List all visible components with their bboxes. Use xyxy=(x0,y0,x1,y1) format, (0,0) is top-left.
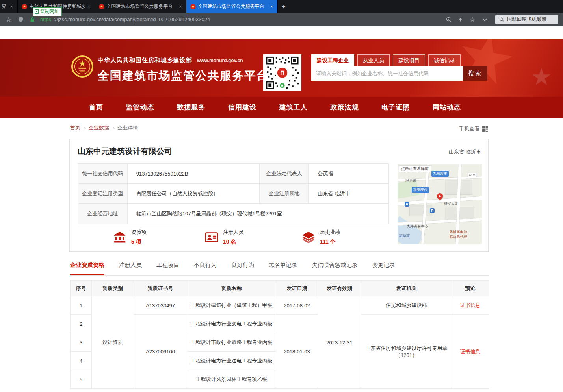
url-text: ://jzsc.mohurd.gov.cn/data/company/detai… xyxy=(54,17,210,22)
col-category: 资质类别 xyxy=(92,281,134,296)
address-value: 临沂市兰山区陶然路107号星河晶都（联安）现代城1号楼2201室 xyxy=(127,204,388,224)
stat-qualifications[interactable]: 资质项 5 项 xyxy=(113,229,147,246)
map-label: 联安现代 xyxy=(412,187,429,193)
chevron-down-icon[interactable] xyxy=(480,16,488,24)
company-stats: 资质项 5 项 注册人员 10 名 历史 xyxy=(113,229,340,246)
nav-item-policy[interactable]: 政策法规 xyxy=(331,103,359,112)
hot-search-box[interactable]: 国航回应飞机颠簸 xyxy=(495,15,558,24)
https-lock-icon[interactable] xyxy=(28,16,36,24)
stat-value: 10 名 xyxy=(223,239,243,246)
credit-code-label: 统一社会信用代码 xyxy=(78,164,128,184)
favorite-star-icon[interactable]: ☆ xyxy=(468,16,476,24)
tab-good-behavior[interactable]: 良好行为 xyxy=(231,261,254,275)
breadcrumb-company-detail: 企业详情 xyxy=(117,124,138,131)
browser-tab-partial[interactable]: 界 × xyxy=(0,0,18,13)
nav-item-home[interactable]: 首页 xyxy=(89,103,103,112)
header-search-area: 建设工程企业 从业人员 建设项目 诚信记录 搜索 xyxy=(311,54,487,81)
col-cert-no: 资质证书号 xyxy=(134,281,187,296)
browser-toolbar: ☆ https://jzsc.mohurd.gov.cn/data/compan… xyxy=(0,13,563,26)
col-issue-date: 发证日期 xyxy=(276,281,318,296)
search-tab-project[interactable]: 建设项目 xyxy=(393,54,425,66)
bookmark-star-icon[interactable]: ☆ xyxy=(5,16,13,24)
building-icon xyxy=(113,231,126,244)
table-row: 1 设计资质 A137030497 工程设计建筑行业（建筑工程）甲级 2017-… xyxy=(71,296,489,315)
tab-dishonesty-records[interactable]: 失信联合惩戒记录 xyxy=(312,261,358,275)
cell-authority: 山东省住房和城乡建设厅许可专用章（1201） xyxy=(361,315,452,389)
zoom-out-icon[interactable] xyxy=(445,16,453,24)
nav-item-site-news[interactable]: 网站动态 xyxy=(433,103,461,112)
map-label: 联安大厦 xyxy=(444,201,458,206)
url-scheme: https xyxy=(40,17,51,22)
id-card-icon xyxy=(205,231,218,244)
tab-qualifications[interactable]: 企业资质资格 xyxy=(70,261,104,275)
map-label: 九州超市 xyxy=(431,171,449,177)
qr-code xyxy=(263,54,301,91)
reg-region-label: 企业注册属地 xyxy=(260,184,309,204)
parking-icon: P xyxy=(405,202,409,207)
certificate-info-link[interactable]: 证书信息 xyxy=(452,315,489,389)
search-button[interactable]: 搜索 xyxy=(463,66,487,81)
keyword-search-input[interactable] xyxy=(311,66,463,81)
site-header: 中华人民共和国住房和城乡建设部 www.mohurd.gov.cn 全国建筑市场… xyxy=(0,39,563,97)
tab-projects[interactable]: 工程项目 xyxy=(156,261,179,275)
cell-serial: 2 xyxy=(71,315,92,333)
nav-item-supervision[interactable]: 监管动态 xyxy=(126,103,154,112)
company-name: 山东中元建筑设计有限公司 xyxy=(78,146,172,157)
tab-registered-personnel[interactable]: 注册人员 xyxy=(119,261,142,275)
company-summary-card: 山东中元建筑设计有限公司 山东省-临沂市 统一社会信用代码 9137130267… xyxy=(69,139,489,252)
search-category-tabs: 建设工程企业 从业人员 建设项目 诚信记录 xyxy=(311,54,487,66)
cell-issue-date: 2017-08-02 xyxy=(276,296,318,315)
lightning-icon[interactable] xyxy=(457,16,465,24)
cell-serial: 4 xyxy=(71,352,92,370)
certificate-info-link[interactable]: 证书信息 xyxy=(452,296,489,315)
stat-label: 注册人员 xyxy=(223,229,243,236)
search-tab-credit[interactable]: 诚信记录 xyxy=(428,54,461,66)
nav-item-workers[interactable]: 建筑工人 xyxy=(279,103,308,112)
map-block xyxy=(409,205,432,216)
reg-region-value: 山东省-临沂市 xyxy=(309,184,389,204)
map-label: 纪花园 xyxy=(405,178,416,183)
tab-close-icon[interactable]: × xyxy=(87,4,91,9)
tab-close-icon[interactable]: × xyxy=(10,4,13,9)
map-label: ATM xyxy=(468,173,476,177)
breadcrumb-separator-icon xyxy=(112,126,115,129)
browser-tab-jzsc-1[interactable]: 全国建筑市场监管公共服务平台 × xyxy=(95,0,186,13)
cell-issue-date: 2018-01-03 xyxy=(276,315,318,389)
cell-serial: 3 xyxy=(71,333,92,352)
mobile-view-label: 手机查看 xyxy=(459,125,479,132)
col-validity: 发证有效期 xyxy=(318,281,361,296)
tab-close-icon[interactable]: × xyxy=(270,4,273,9)
site-favicon-icon xyxy=(99,4,104,9)
stat-registered-personnel[interactable]: 注册人员 10 名 xyxy=(205,229,243,246)
col-serial: 序号 xyxy=(71,281,92,296)
tab-close-icon[interactable]: × xyxy=(179,4,182,9)
browser-tab-jzsc-active[interactable]: 全国建筑市场监管公共服务平台 × xyxy=(186,0,278,13)
stat-historical-performance[interactable]: 历史业绩 111 个 xyxy=(302,229,340,246)
detail-tabs: 企业资质资格 注册人员 工程项目 不良行为 良好行为 黑名单记录 失信联合惩戒记… xyxy=(70,261,489,276)
cell-name: 工程设计建筑行业（建筑工程）甲级 xyxy=(187,296,276,315)
tab-blacklist[interactable]: 黑名单记录 xyxy=(269,261,297,275)
col-authority: 发证机关 xyxy=(361,281,452,296)
address-bar[interactable]: https://jzsc.mohurd.gov.cn/data/company/… xyxy=(40,17,210,22)
breadcrumb-home[interactable]: 首页 xyxy=(70,124,80,131)
new-tab-button[interactable]: + xyxy=(278,0,290,13)
stat-value: 111 个 xyxy=(320,239,340,246)
tab-change-records[interactable]: 变更记录 xyxy=(372,261,395,275)
decor-star-icon xyxy=(531,65,552,89)
stat-label: 资质项 xyxy=(131,229,147,236)
mobile-view-button[interactable]: 手机查看 xyxy=(459,125,489,132)
search-tab-personnel[interactable]: 从业人员 xyxy=(357,54,390,66)
mini-map[interactable]: 点击可查看详情 九州超市 ATM 纪花园 联安现代 联安大厦 九峰商务中心 新华… xyxy=(398,164,482,244)
breadcrumb-company-data[interactable]: 企业数据 xyxy=(89,124,109,131)
tooltip-text: 复制网址 xyxy=(40,8,59,15)
cell-cert-no: A137030497 xyxy=(134,296,187,315)
search-tab-enterprise[interactable]: 建设工程企业 xyxy=(311,54,354,66)
page-shield-icon[interactable] xyxy=(17,16,24,24)
tab-bad-behavior[interactable]: 不良行为 xyxy=(194,261,217,275)
map-hint: 点击可查看详情 xyxy=(399,165,431,172)
stat-value: 5 项 xyxy=(131,239,147,246)
nav-item-credit[interactable]: 信用建设 xyxy=(228,103,256,112)
copy-icon xyxy=(35,9,39,14)
nav-item-e-license[interactable]: 电子证照 xyxy=(381,103,410,112)
nav-item-data-service[interactable]: 数据服务 xyxy=(177,103,205,112)
